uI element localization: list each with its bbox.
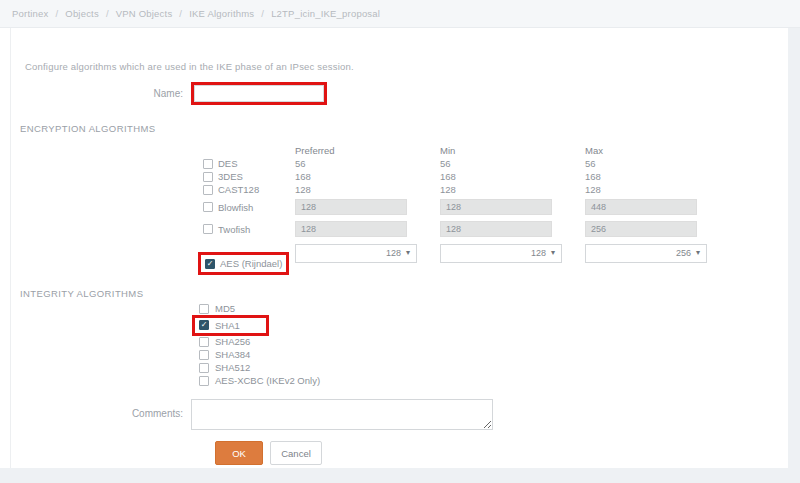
des-preferred-value: 56 [295, 158, 440, 169]
blowfish-preferred-input: 128 [295, 199, 407, 215]
checkmark-icon: ✓ [201, 321, 208, 329]
ok-button[interactable]: OK [215, 441, 263, 465]
chevron-down-icon: ▾ [551, 249, 555, 257]
form-actions: OK Cancel [215, 441, 787, 465]
sha256-checkbox[interactable] [199, 337, 209, 347]
comments-label: Comments: [11, 399, 191, 419]
blowfish-max-input: 448 [585, 199, 697, 215]
aes-max-selected-value: 256 [676, 248, 691, 258]
column-header-max: Max [585, 145, 715, 156]
page-description: Configure algorithms which are used in t… [25, 61, 787, 72]
twofish-checkbox[interactable] [203, 224, 213, 234]
blowfish-min-input: 128 [440, 199, 552, 215]
breadcrumb-item-portinex[interactable]: Portinex [12, 8, 48, 19]
des-label: DES [218, 158, 238, 169]
breadcrumb-item-vpn-objects[interactable]: VPN Objects [116, 8, 173, 19]
table-row-des: DES 56 56 56 [203, 157, 787, 170]
list-item-aes-xcbc: AES-XCBC (IKEv2 Only) [199, 374, 787, 387]
list-item-sha1: ✓ SHA1 [199, 315, 787, 335]
cast128-max-value: 128 [585, 184, 715, 195]
table-row-aes: ✓ AES (Rijndael) 128 ▾ 128 ▾ [203, 240, 787, 266]
md5-label: MD5 [215, 303, 235, 314]
content-card: Configure algorithms which are used in t… [0, 28, 788, 468]
list-item-sha256: SHA256 [199, 335, 787, 348]
breadcrumb-separator: / [179, 8, 182, 19]
integrity-section-title: INTEGRITY ALGORITHMS [20, 288, 787, 299]
name-input[interactable] [194, 85, 324, 102]
twofish-preferred-input: 128 [295, 221, 407, 237]
cast128-preferred-value: 128 [295, 184, 440, 195]
table-row-cast128: CAST128 128 128 128 [203, 183, 787, 196]
column-header-preferred: Preferred [295, 145, 440, 156]
aes-min-select[interactable]: 128 ▾ [440, 244, 562, 263]
cast128-checkbox[interactable] [203, 185, 213, 195]
name-row: Name: [11, 82, 787, 105]
aes-min-selected-value: 128 [531, 248, 546, 258]
blowfish-label: Blowfish [218, 202, 253, 213]
sha512-label: SHA512 [215, 362, 250, 373]
aes-checkbox[interactable]: ✓ [205, 259, 215, 269]
column-header-min: Min [440, 145, 585, 156]
breadcrumb-item-proposal[interactable]: L2TP_icin_IKE_proposal [271, 8, 380, 19]
des-min-value: 56 [440, 158, 585, 169]
blowfish-checkbox[interactable] [203, 202, 213, 212]
des-max-value: 56 [585, 158, 715, 169]
comments-row: Comments: [11, 399, 787, 430]
3des-label: 3DES [218, 171, 243, 182]
name-label: Name: [11, 88, 191, 99]
breadcrumb-bar: Portinex / Objects / VPN Objects / IKE A… [0, 0, 800, 28]
des-checkbox[interactable] [203, 159, 213, 169]
cast128-label: CAST128 [218, 184, 259, 195]
3des-min-value: 168 [440, 171, 585, 182]
encryption-section-title: ENCRYPTION ALGORITHMS [20, 123, 787, 134]
encryption-table: Preferred Min Max DES 56 56 56 3DES 168 [203, 143, 787, 266]
3des-checkbox[interactable] [203, 172, 213, 182]
aes-xcbc-checkbox[interactable] [199, 376, 209, 386]
aes-preferred-selected-value: 128 [386, 248, 401, 258]
sha1-checkbox[interactable]: ✓ [199, 320, 209, 330]
twofish-min-input: 128 [440, 221, 552, 237]
integrity-list: MD5 ✓ SHA1 SHA256 SHA384 SHA512 [199, 302, 787, 387]
checkmark-icon: ✓ [207, 260, 214, 268]
chevron-down-icon: ▾ [406, 249, 410, 257]
aes-max-select[interactable]: 256 ▾ [585, 244, 707, 263]
md5-checkbox[interactable] [199, 304, 209, 314]
breadcrumb: Portinex / Objects / VPN Objects / IKE A… [12, 8, 380, 19]
encryption-header-row: Preferred Min Max [203, 143, 787, 157]
list-item-sha512: SHA512 [199, 361, 787, 374]
annotation-highlight-sha1: ✓ SHA1 [192, 315, 269, 336]
sha384-label: SHA384 [215, 349, 250, 360]
table-row-blowfish: Blowfish 128 128 448 [203, 196, 787, 218]
table-row-twofish: Twofish 128 128 256 [203, 218, 787, 240]
annotation-highlight-name [191, 82, 327, 105]
breadcrumb-item-ike-algorithms[interactable]: IKE Algorithms [189, 8, 254, 19]
table-row-3des: 3DES 168 168 168 [203, 170, 787, 183]
breadcrumb-separator: / [106, 8, 109, 19]
3des-preferred-value: 168 [295, 171, 440, 182]
list-item-md5: MD5 [199, 302, 787, 315]
sha384-checkbox[interactable] [199, 350, 209, 360]
breadcrumb-item-objects[interactable]: Objects [65, 8, 99, 19]
list-item-sha384: SHA384 [199, 348, 787, 361]
aes-xcbc-label: AES-XCBC (IKEv2 Only) [215, 375, 320, 386]
aes-label: AES (Rijndael) [220, 258, 282, 269]
chevron-down-icon: ▾ [696, 249, 700, 257]
twofish-label: Twofish [218, 224, 250, 235]
sha256-label: SHA256 [215, 336, 250, 347]
cancel-button[interactable]: Cancel [270, 441, 322, 465]
sha1-label: SHA1 [215, 320, 240, 331]
aes-preferred-select[interactable]: 128 ▾ [295, 244, 417, 263]
breadcrumb-separator: / [55, 8, 58, 19]
comments-textarea[interactable] [191, 399, 493, 430]
annotation-highlight-aes: ✓ AES (Rijndael) [198, 252, 289, 275]
3des-max-value: 168 [585, 171, 715, 182]
sha512-checkbox[interactable] [199, 363, 209, 373]
cast128-min-value: 128 [440, 184, 585, 195]
breadcrumb-separator: / [261, 8, 264, 19]
twofish-max-input: 256 [585, 221, 697, 237]
